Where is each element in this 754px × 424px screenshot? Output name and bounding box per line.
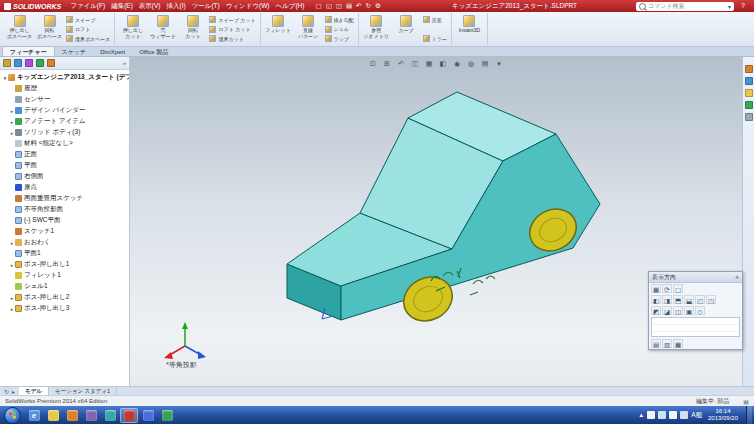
tree-item-0[interactable]: 履歴 <box>2 83 129 94</box>
custom-properties-icon[interactable]: ▤ <box>743 398 749 405</box>
curves-button[interactable]: カーブ <box>392 13 421 45</box>
trimetric-view-button[interactable]: ◪ <box>662 306 672 315</box>
ribbon-tab-sketch[interactable]: スケッチ <box>55 47 94 56</box>
bottom-view-button[interactable]: ◳ <box>706 295 716 304</box>
instant3d-button[interactable]: Instant3D <box>455 13 484 45</box>
tree-item-10[interactable]: 画面重畳用スケッチ <box>2 193 129 204</box>
back-view-button[interactable]: ◨ <box>662 295 672 304</box>
tree-item-18[interactable]: シェル1 <box>2 281 129 292</box>
zoom-to-area-icon[interactable]: ⊞ <box>381 58 393 69</box>
panel-expand-chevron[interactable]: » <box>123 60 126 66</box>
action-center-icon[interactable] <box>647 411 655 419</box>
network-icon[interactable] <box>658 411 666 419</box>
tree-item-2[interactable]: ▸デザイン バインダー <box>2 105 129 116</box>
tree-item-15[interactable]: 平面1 <box>2 248 129 259</box>
design-library-icon[interactable] <box>745 77 753 85</box>
intersect-button[interactable]: 交差 <box>423 15 447 24</box>
taskbar-app-green-button[interactable] <box>158 408 176 423</box>
ribbon-tab-office-products[interactable]: Office 製品 <box>132 47 175 56</box>
revolved-cut-button[interactable]: 回転 カット <box>178 13 207 45</box>
hide-show-items-icon[interactable]: ◉ <box>451 58 463 69</box>
manager-tab-configurationmanager[interactable] <box>25 59 33 67</box>
section-view-icon[interactable]: ◫ <box>409 58 421 69</box>
tree-item-5[interactable]: 材料 <指定なし> <box>2 138 129 149</box>
taskbar-app-teal-button[interactable] <box>101 408 119 423</box>
start-button[interactable] <box>4 407 21 424</box>
usb-icon[interactable] <box>680 411 688 419</box>
extruded-boss-base-button[interactable]: 押し出し ボスベース <box>5 13 34 45</box>
ribbon-tab-dimxpert[interactable]: DimXpert <box>93 47 132 56</box>
fillet-button[interactable]: フィレット <box>264 13 293 45</box>
two-viewports-button[interactable]: ▥ <box>662 339 672 348</box>
menu-item-3[interactable]: 挿入(I) <box>167 2 186 11</box>
pin-icon[interactable]: + <box>735 274 739 281</box>
revolved-boss-base-button[interactable]: 回転 ボスベース <box>35 13 64 45</box>
linear-pattern-button[interactable]: 直線 パターン <box>294 13 323 45</box>
boundary-boss-button[interactable]: 境界ボスベース <box>66 34 110 43</box>
mirror-button[interactable]: ミラー <box>423 34 447 43</box>
print-icon[interactable]: ▤ <box>346 1 352 11</box>
show-desktop-button[interactable] <box>746 406 752 424</box>
file-explorer-icon[interactable] <box>745 89 753 97</box>
tree-item-19[interactable]: ▸ボス-押し出し2 <box>2 292 129 303</box>
chevron-down-icon[interactable]: ▾ <box>728 3 731 10</box>
view-settings-icon[interactable]: ▾ <box>493 58 505 69</box>
reset-standard-views-button[interactable]: ▢ <box>673 284 683 293</box>
display-style-icon[interactable]: ◧ <box>437 58 449 69</box>
menu-item-1[interactable]: 編集(E) <box>111 2 133 11</box>
tree-item-16[interactable]: ▸ボス-押し出し1 <box>2 259 129 270</box>
swept-cut-button[interactable]: スイープ カット <box>209 15 255 24</box>
draft-button[interactable]: 抜き勾配 <box>325 15 354 24</box>
reference-geometry-button[interactable]: 参照 ジオメトリ <box>362 13 391 45</box>
ime-indicator[interactable]: A般 <box>691 411 702 420</box>
manager-tab-propertymanager[interactable] <box>14 59 22 67</box>
single-view-button[interactable]: ◇ <box>695 306 705 315</box>
wrap-button[interactable]: ラップ <box>325 34 354 43</box>
taskbar-windows-explorer-button[interactable] <box>44 408 62 423</box>
tree-item-17[interactable]: フィレット1 <box>2 270 129 281</box>
taskbar-internet-explorer-button[interactable]: e <box>25 408 43 423</box>
manager-tab-featuremanager-tree[interactable] <box>3 59 11 67</box>
taskbar-solidworks-button[interactable] <box>120 408 138 423</box>
view-orientation-titlebar[interactable]: 表示方向 + <box>649 272 742 283</box>
previous-view-icon[interactable]: ↶ <box>395 58 407 69</box>
view-orientation-icon[interactable]: ▦ <box>423 58 435 69</box>
taskbar-clock[interactable]: 16:14 2013/09/20 <box>705 408 741 422</box>
normal-to-button[interactable]: ▣ <box>684 306 694 315</box>
custom-properties-icon[interactable] <box>745 113 753 121</box>
help-icon[interactable]: ? <box>738 1 748 11</box>
one-viewport-button[interactable]: ▤ <box>651 339 661 348</box>
save-icon[interactable]: ◫ <box>336 1 342 11</box>
manager-tab-displaymanager[interactable] <box>47 59 55 67</box>
menu-item-6[interactable]: ヘルプ(H) <box>275 2 304 11</box>
tree-item-9[interactable]: 原点 <box>2 182 129 193</box>
tree-item-12[interactable]: (-) SWC平面 <box>2 215 129 226</box>
tree-item-11[interactable]: 不等角投影面 <box>2 204 129 215</box>
four-viewports-button[interactable]: ▦ <box>673 339 683 348</box>
undo-icon[interactable]: ↶ <box>356 1 361 11</box>
tree-root-item[interactable]: ▾キッズエンジニア2013_スタート (デフォルト) <box>2 72 129 83</box>
taskbar-office-app-button[interactable] <box>82 408 100 423</box>
lofted-boss-button[interactable]: ロフト <box>66 25 110 34</box>
zoom-to-fit-icon[interactable]: ⊡ <box>367 58 379 69</box>
front-view-button[interactable]: ◧ <box>651 295 661 304</box>
open-icon[interactable]: ◱ <box>326 1 332 11</box>
boundary-cut-button[interactable]: 境界カット <box>209 34 255 43</box>
tree-item-3[interactable]: ▸アノテート アイテム <box>2 116 129 127</box>
rebuild-icon[interactable]: ↻ <box>4 388 9 395</box>
taskbar-app-blue-button[interactable] <box>139 408 157 423</box>
left-view-button[interactable]: ⬒ <box>673 295 683 304</box>
solidworks-resources-icon[interactable] <box>745 65 753 73</box>
tree-item-8[interactable]: 右側面 <box>2 171 129 182</box>
swept-boss-button[interactable]: スイープ <box>66 15 110 24</box>
rebuild-icon[interactable]: ↻ <box>366 1 371 11</box>
tree-item-4[interactable]: ▸ソリッド ボディ(3) <box>2 127 129 138</box>
appearances-scenes-icon[interactable] <box>745 101 753 109</box>
tree-item-14[interactable]: ▸おおわく <box>2 237 129 248</box>
tree-item-7[interactable]: 平面 <box>2 160 129 171</box>
shell-button[interactable]: シェル <box>325 25 354 34</box>
saved-views-list[interactable] <box>651 317 740 337</box>
top-view-button[interactable]: ◰ <box>695 295 705 304</box>
update-standard-views-button[interactable]: ⟳ <box>662 284 672 293</box>
expand-tabs-icon[interactable]: ▸ <box>12 388 15 395</box>
